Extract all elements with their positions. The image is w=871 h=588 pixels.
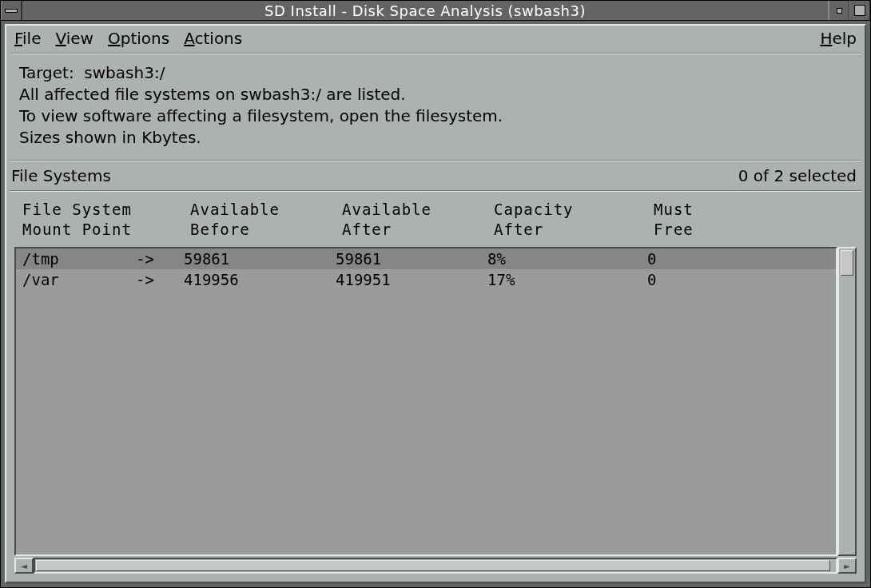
filesystems-label: File Systems	[11, 166, 111, 185]
menu-help[interactable]: Help	[820, 29, 857, 48]
cell-capacity-after: 8%	[487, 250, 647, 268]
list-wrap: /tmp->59861598618%0/var->41995641995117%…	[14, 247, 857, 556]
cell-must-free: 0	[647, 271, 833, 288]
scrollbar-track[interactable]	[34, 558, 837, 574]
cell-avail-before: 59861	[184, 250, 336, 268]
inner-frame: File View Options Actions Help Target: s…	[5, 24, 866, 583]
table-row[interactable]: /var->41995641995117%0	[16, 269, 836, 290]
window-root: SD Install - Disk Space Analysis (swbash…	[0, 0, 871, 588]
window-menu-button[interactable]	[1, 1, 22, 20]
filesystems-panel: File System Mount Point Available Before…	[14, 195, 857, 574]
filesystems-listbox[interactable]: /tmp->59861598618%0/var->41995641995117%…	[14, 247, 837, 556]
cell-mount: /tmp	[22, 250, 136, 268]
menu-file[interactable]: File	[14, 29, 41, 48]
menu-actions[interactable]: Actions	[184, 29, 242, 48]
scrollbar-thumb[interactable]	[36, 560, 830, 571]
filesystems-header: File Systems 0 of 2 selected	[6, 161, 865, 190]
maximize-button[interactable]	[849, 1, 870, 20]
cell-arrow: ->	[136, 271, 184, 288]
cell-avail-after: 59861	[336, 250, 487, 268]
info-line-3: To view software affecting a filesystem,…	[19, 106, 503, 125]
scroll-right-button[interactable]: ►	[837, 558, 857, 574]
menu-bar: File View Options Actions Help	[6, 26, 865, 53]
window-title: SD Install - Disk Space Analysis (swbash…	[22, 1, 829, 20]
column-headers: File System Mount Point Available Before…	[14, 195, 857, 247]
table-row[interactable]: /tmp->59861598618%0	[16, 248, 836, 269]
col-capacity-after: Capacity After	[494, 200, 654, 239]
selection-status: 0 of 2 selected	[738, 166, 857, 185]
title-bar: SD Install - Disk Space Analysis (swbash…	[1, 1, 870, 21]
col-available-before: Available Before	[190, 200, 342, 239]
target-value: swbash3:/	[84, 63, 165, 82]
cell-avail-before: 419956	[184, 271, 336, 288]
scrollbar-thumb[interactable]	[841, 250, 853, 276]
info-line-2: All affected file systems on swbash3:/ a…	[19, 85, 406, 104]
col-mount-point: File System Mount Point	[22, 200, 142, 239]
minimize-button[interactable]	[829, 1, 849, 20]
col-must-free: Must Free	[654, 200, 852, 239]
cell-avail-after: 419951	[336, 271, 487, 288]
menu-view[interactable]: View	[55, 29, 93, 48]
client-area: File View Options Actions Help Target: s…	[1, 21, 870, 587]
menu-options[interactable]: Options	[108, 29, 169, 48]
info-line-4: Sizes shown in Kbytes.	[19, 128, 201, 147]
col-available-after: Available After	[342, 200, 494, 239]
horizontal-scrollbar[interactable]: ◄ ►	[14, 558, 857, 574]
info-panel: Target: swbash3:/ All affected file syst…	[6, 54, 865, 160]
separator	[10, 190, 861, 192]
target-label: Target:	[19, 63, 74, 82]
cell-capacity-after: 17%	[487, 271, 647, 288]
vertical-scrollbar[interactable]	[837, 247, 857, 556]
cell-must-free: 0	[647, 250, 833, 268]
cell-mount: /var	[22, 271, 136, 288]
cell-arrow: ->	[136, 250, 184, 268]
scroll-left-button[interactable]: ◄	[14, 558, 34, 574]
